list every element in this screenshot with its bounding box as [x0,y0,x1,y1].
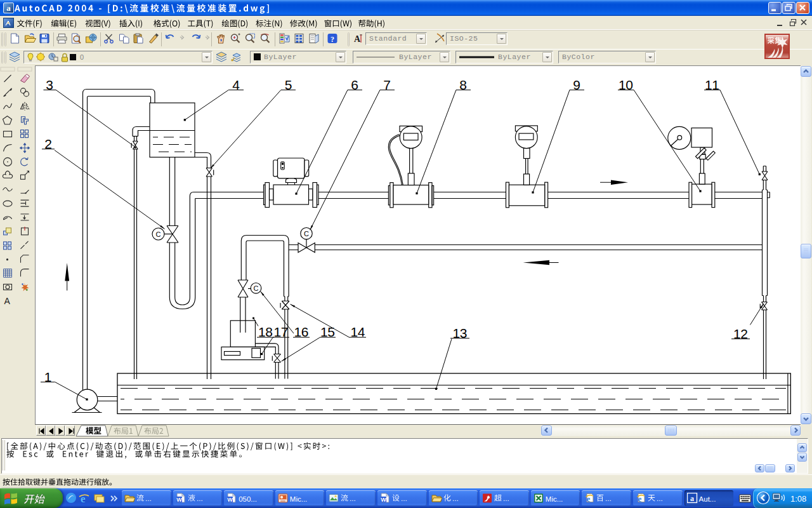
svg-text:5: 5 [285,77,292,92]
svg-text:A: A [4,296,11,306]
svg-text:15: 15 [320,324,335,339]
svg-text:8: 8 [459,77,467,92]
svg-text:A: A [354,34,361,44]
svg-text:...: ... [452,495,459,502]
svg-text:...: ... [401,495,407,502]
svg-text:7: 7 [383,77,391,92]
svg-text:2: 2 [44,137,52,151]
svg-text:12: 12 [733,326,748,341]
svg-text:1: 1 [44,370,52,384]
svg-text:6: 6 [351,77,358,92]
svg-text:?: ? [331,35,334,44]
svg-text:16: 16 [294,324,309,339]
svg-text:C: C [304,230,309,237]
svg-text:...: ... [197,495,203,502]
svg-text:4: 4 [232,77,240,92]
svg-text:...: ... [145,495,152,502]
svg-text:W: W [381,497,386,503]
svg-text:...: ... [657,495,663,502]
svg-text:0: 0 [80,53,84,61]
svg-text:9: 9 [573,77,580,92]
svg-text:11: 11 [705,77,719,92]
svg-text:10: 10 [619,77,633,92]
svg-text:W: W [176,497,182,503]
svg-text:3: 3 [46,77,53,92]
svg-text:C: C [156,231,161,238]
svg-text:C: C [254,284,259,292]
svg-text:a: a [690,494,694,503]
svg-text:17: 17 [274,324,289,339]
svg-text:...: ... [503,495,509,502]
svg-text:13: 13 [453,326,468,340]
svg-text:18: 18 [258,324,273,339]
svg-text:...: ... [605,495,612,502]
svg-text:W: W [227,497,233,503]
svg-text:...: ... [350,495,356,502]
svg-text:14: 14 [351,324,365,339]
